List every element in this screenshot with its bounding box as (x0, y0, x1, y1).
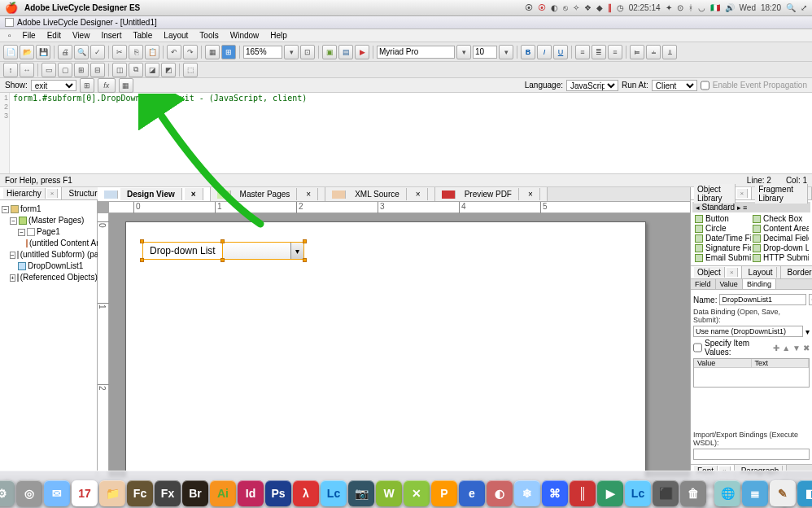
tool-button[interactable]: ⊞ (74, 63, 89, 77)
tree-node-area[interactable]: (untitled Content Area) (2, 238, 95, 249)
hierarchy-tree[interactable]: −form1 −(Master Pages) −Page1 (untitled … (0, 200, 97, 287)
dock-app-icon[interactable]: W (376, 480, 402, 506)
tree-node-dropdown[interactable]: DropDownList1 (2, 261, 95, 272)
flag-icon[interactable]: 🇮🇹 (710, 3, 720, 12)
tool-button[interactable]: ▭ (41, 63, 56, 77)
tool-button[interactable]: ↕ (3, 63, 18, 77)
align-right-button[interactable]: ≡ (608, 45, 622, 59)
tab-layout[interactable]: Layout (742, 266, 781, 278)
wsdl-binding-input[interactable] (693, 449, 810, 460)
add-icon[interactable]: ✚ (773, 344, 779, 353)
zoom-fit-button[interactable]: ⊡ (300, 45, 315, 59)
library-item[interactable]: Email Submit Button (694, 253, 751, 262)
undo-button[interactable]: ↶ (167, 45, 181, 59)
menu-layout[interactable]: Layout (159, 30, 193, 41)
menu-file[interactable]: File (18, 30, 41, 41)
dock-app-icon[interactable]: ⚙ (0, 480, 15, 506)
tool-button[interactable]: ◪ (145, 63, 159, 77)
status-icon[interactable]: ◐ (551, 3, 558, 12)
language-select[interactable]: JavaScript (566, 80, 618, 91)
redo-button[interactable]: ↷ (183, 45, 198, 59)
enable-propagation-checkbox[interactable] (701, 80, 709, 91)
tab-preview-pdf[interactable]: Preview PDF× (435, 187, 548, 201)
clock-icon[interactable]: ◷ (617, 3, 624, 12)
script-events-button[interactable]: ⊞ (80, 78, 94, 93)
dropdown-caption[interactable]: Drop-down List (142, 242, 223, 260)
print-button[interactable]: 🖨 (58, 45, 72, 59)
dock-app-icon[interactable]: ✕ (404, 480, 430, 506)
canvas-viewport[interactable]: Drop-down List ▾ (109, 213, 690, 477)
spotlight-icon[interactable]: 🔍 (786, 3, 796, 12)
dock-app-icon[interactable]: ✉ (44, 480, 70, 506)
script-fx-button[interactable]: fx (98, 78, 116, 93)
dock-app-icon[interactable]: Ps (265, 480, 291, 506)
dock-app-icon[interactable]: ║ (570, 480, 596, 506)
align-left-button[interactable]: ≡ (575, 45, 590, 59)
menu-edit[interactable]: Edit (42, 30, 66, 41)
status-icon[interactable]: ⦿ (538, 3, 546, 12)
form-page[interactable]: Drop-down List ▾ (125, 221, 646, 477)
status-icon[interactable]: ⎋ (563, 3, 568, 12)
dock-app-icon[interactable]: e (459, 480, 485, 506)
dock-app-icon[interactable]: 📁 (99, 480, 125, 506)
expand-icon[interactable]: ⤢ (801, 3, 807, 12)
status-icon[interactable]: ❖ (584, 3, 592, 12)
data-binding-input[interactable] (693, 326, 803, 337)
script-code[interactable]: form1.#subform[0].DropDownList1::exit - … (10, 93, 812, 173)
script-editor[interactable]: 123 form1.#subform[0].DropDownList1::exi… (0, 93, 812, 174)
pause-icon[interactable]: ‖ (608, 3, 612, 12)
library-item[interactable]: Circle (694, 224, 751, 233)
library-item[interactable]: Signature Field (694, 243, 751, 252)
menu-insert[interactable]: Insert (96, 30, 126, 41)
menubar-day[interactable]: Wed (740, 3, 756, 12)
runat-select[interactable]: Client (652, 80, 697, 91)
subtab-binding[interactable]: Binding (743, 279, 776, 289)
tab-object[interactable]: Object× (691, 266, 742, 278)
menu-help[interactable]: Help (265, 30, 292, 41)
dock-app-icon[interactable]: ≣ (742, 480, 768, 506)
dock-app-icon[interactable]: λ (293, 480, 319, 506)
tool-button[interactable]: ◩ (161, 63, 176, 77)
dropdown-field[interactable]: Drop-down List ▾ (142, 242, 304, 260)
tree-node-form[interactable]: −form1 (2, 204, 95, 215)
font-family-input[interactable] (377, 46, 455, 59)
menu-window[interactable]: Window (225, 30, 264, 41)
align-center-button[interactable]: ≣ (592, 45, 606, 59)
grid-button[interactable]: ⊞ (221, 45, 236, 59)
zoom-input[interactable] (243, 46, 282, 59)
status-icon[interactable]: ⊙ (677, 3, 683, 12)
dock-app-icon[interactable]: Lc (321, 480, 347, 506)
paste-button[interactable]: 📋 (145, 45, 159, 59)
bold-button[interactable]: B (521, 45, 535, 59)
tool-button[interactable]: ⊟ (90, 63, 105, 77)
fragment-button[interactable]: ▤ (338, 45, 353, 59)
script-check-button[interactable]: ▦ (119, 78, 133, 93)
tab-hierarchy[interactable]: Hierarchy× (0, 187, 62, 199)
library-item[interactable]: Content Area (752, 224, 809, 233)
apple-menu-icon[interactable]: 🍎 (5, 2, 18, 14)
library-item[interactable]: Check Box (752, 214, 809, 223)
tool-button[interactable]: ⧉ (129, 63, 143, 77)
dock-app-icon[interactable]: ◐ (487, 480, 513, 506)
object-name-input[interactable] (719, 294, 806, 305)
new-button[interactable]: 📄 (3, 45, 18, 59)
show-event-select[interactable]: exit (31, 80, 76, 91)
item-values-table[interactable]: ValueText (693, 358, 810, 388)
volume-icon[interactable]: 🔊 (725, 3, 735, 12)
dock-app-icon[interactable]: ▶ (597, 480, 623, 506)
wifi-icon[interactable]: ◡ (698, 3, 705, 12)
binding-menu-icon[interactable]: ▾ (805, 327, 810, 336)
status-icon[interactable]: ⦿ (525, 3, 533, 12)
preview-button[interactable]: 🔍 (74, 45, 89, 59)
cut-button[interactable]: ✂ (112, 45, 127, 59)
valign-button[interactable]: ⫢ (630, 45, 644, 59)
dock-app-icon[interactable]: 🌐 (714, 480, 740, 506)
dock-app-icon[interactable]: Br (182, 480, 208, 506)
dock-app-icon[interactable]: P (431, 480, 457, 506)
bluetooth-icon[interactable]: ᚼ (688, 3, 693, 12)
tree-node-page[interactable]: −Page1 (2, 226, 95, 238)
dock-app-icon[interactable]: ⬛ (653, 480, 679, 506)
dock-app-icon[interactable]: ❄ (514, 480, 540, 506)
status-icon[interactable]: ✧ (573, 3, 579, 12)
tab-master-pages[interactable]: Master Pages× (211, 187, 326, 201)
